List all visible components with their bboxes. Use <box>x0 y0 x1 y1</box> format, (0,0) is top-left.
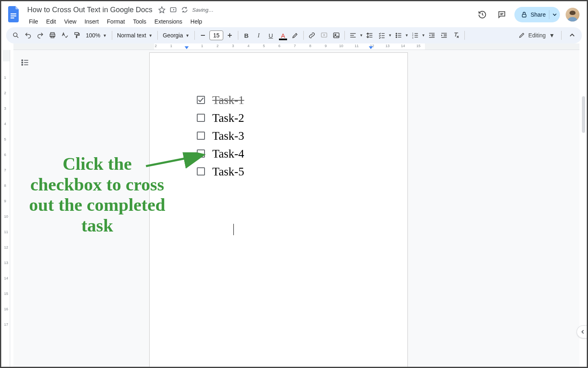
checklist-icon[interactable] <box>376 30 388 41</box>
checkbox-unchecked[interactable] <box>197 114 205 122</box>
menu-help[interactable]: Help <box>187 17 205 26</box>
cloud-status-icon[interactable] <box>181 6 188 13</box>
font-dropdown[interactable]: Georgia▼ <box>160 30 192 41</box>
paragraph-style-dropdown[interactable]: Normal text▼ <box>115 30 155 41</box>
text-color-icon[interactable]: A <box>277 30 289 41</box>
lock-icon <box>521 11 527 18</box>
print-icon[interactable] <box>47 30 58 41</box>
ruler-tick: 6 <box>4 153 6 157</box>
collapse-toolbar-icon[interactable] <box>566 30 578 41</box>
task-label[interactable]: Task-5 <box>212 163 244 180</box>
spellcheck-icon[interactable] <box>59 30 70 41</box>
move-icon[interactable] <box>170 6 177 13</box>
ruler-tick: 5 <box>4 137 6 141</box>
fontsize-control <box>197 30 235 41</box>
document-outline-icon[interactable] <box>18 56 32 71</box>
redo-icon[interactable] <box>35 30 46 41</box>
underline-icon[interactable]: U <box>265 30 277 41</box>
ruler-tick: 5 <box>263 44 265 48</box>
horizontal-ruler[interactable]: 2 1 1 2 3 4 5 6 7 8 9 10 11 12 13 14 15 <box>13 43 579 50</box>
align-icon[interactable] <box>347 30 359 41</box>
search-icon[interactable] <box>10 30 22 41</box>
task-label[interactable]: Task-2 <box>212 109 244 126</box>
ruler-tick: 14 <box>4 276 8 280</box>
svg-point-33 <box>396 37 396 37</box>
indent-marker-left[interactable] <box>185 46 189 49</box>
ruler-tick: 9 <box>324 44 327 48</box>
paint-format-icon[interactable] <box>71 30 83 41</box>
link-icon[interactable] <box>306 30 318 41</box>
canvas: Task-1 Task-2 Task-3 Task-4 Task-5 <box>13 50 579 368</box>
menu-file[interactable]: File <box>26 17 41 26</box>
checkbox-unchecked[interactable] <box>197 132 205 140</box>
history-icon[interactable] <box>475 8 489 22</box>
bulleted-list-icon[interactable] <box>393 30 404 41</box>
header: How to Cross Out Text in Google Docs Sav… <box>1 1 587 27</box>
menu-format[interactable]: Format <box>104 17 128 26</box>
add-comment-icon[interactable] <box>318 30 330 41</box>
decrease-fontsize-icon[interactable] <box>197 30 209 41</box>
task-label[interactable]: Task-4 <box>212 145 244 162</box>
checklist-item: Task-4 <box>197 145 244 162</box>
share-divider <box>549 10 549 19</box>
ruler-tick: 10 <box>339 44 343 48</box>
separator <box>464 31 465 40</box>
svg-point-32 <box>396 35 396 36</box>
task-label[interactable]: Task-3 <box>212 127 244 144</box>
editing-mode-label: Editing <box>528 32 546 39</box>
docs-icon <box>8 6 20 22</box>
svg-rect-0 <box>11 13 16 14</box>
svg-point-54 <box>22 62 23 63</box>
chevron-down-icon[interactable]: ▼ <box>388 33 392 37</box>
checkbox-checked[interactable] <box>197 96 205 104</box>
task-label[interactable]: Task-1 <box>212 91 244 108</box>
increase-fontsize-icon[interactable] <box>224 30 235 41</box>
undo-icon[interactable] <box>22 30 34 41</box>
ruler-tick: 4 <box>4 122 6 126</box>
scrollbar-vertical[interactable] <box>582 96 585 133</box>
chevron-down-icon[interactable]: ▼ <box>359 33 363 37</box>
insert-image-icon[interactable] <box>331 30 342 41</box>
checklist-item: Task-5 <box>197 163 244 180</box>
menu-tools[interactable]: Tools <box>130 17 150 26</box>
document-page[interactable]: Task-1 Task-2 Task-3 Task-4 Task-5 <box>149 52 408 368</box>
indent-marker-right[interactable] <box>369 46 373 49</box>
header-right: Share <box>475 4 582 22</box>
italic-icon[interactable]: I <box>253 30 264 41</box>
share-button[interactable]: Share <box>514 7 560 22</box>
fontsize-input[interactable] <box>209 30 223 40</box>
clear-format-icon[interactable] <box>451 30 462 41</box>
ruler-tick: 8 <box>309 44 311 48</box>
ruler-tick: 11 <box>355 44 359 48</box>
menu-view[interactable]: View <box>61 17 80 26</box>
svg-line-9 <box>17 36 18 38</box>
highlight-icon[interactable] <box>290 30 301 41</box>
document-content[interactable]: Task-1 Task-2 Task-3 Task-4 Task-5 <box>197 91 244 181</box>
ruler-tick: 7 <box>4 168 6 172</box>
numbered-list-icon[interactable]: 123 <box>409 30 421 41</box>
docs-logo[interactable] <box>6 6 22 22</box>
avatar[interactable] <box>566 8 579 22</box>
zoom-dropdown[interactable]: 100%▼ <box>83 30 109 41</box>
ruler-tick: 14 <box>401 44 405 48</box>
star-icon[interactable] <box>158 6 166 13</box>
comments-icon[interactable] <box>495 8 509 22</box>
checkbox-unchecked[interactable] <box>197 149 205 158</box>
line-spacing-icon[interactable] <box>364 30 375 41</box>
ruler-tick: 1 <box>4 76 6 80</box>
increase-indent-icon[interactable] <box>438 30 450 41</box>
pencil-icon <box>518 32 525 39</box>
document-title[interactable]: How to Cross Out Text in Google Docs <box>26 5 154 15</box>
vertical-ruler[interactable]: 1 2 3 4 5 6 7 8 9 10 11 12 13 14 15 16 1… <box>3 50 10 368</box>
menu-edit[interactable]: Edit <box>43 17 59 26</box>
checkbox-unchecked[interactable] <box>197 167 205 175</box>
menu-extensions[interactable]: Extensions <box>151 17 185 26</box>
menu-insert[interactable]: Insert <box>81 17 102 26</box>
decrease-indent-icon[interactable] <box>426 30 438 41</box>
chevron-down-icon[interactable]: ▼ <box>405 33 409 37</box>
editing-mode-dropdown[interactable]: Editing ▼ <box>514 32 559 39</box>
chevron-down-icon[interactable]: ▼ <box>422 33 425 37</box>
side-panel-toggle[interactable] <box>577 325 588 338</box>
chevron-down-icon[interactable] <box>553 13 557 17</box>
bold-icon[interactable]: B <box>241 30 252 41</box>
